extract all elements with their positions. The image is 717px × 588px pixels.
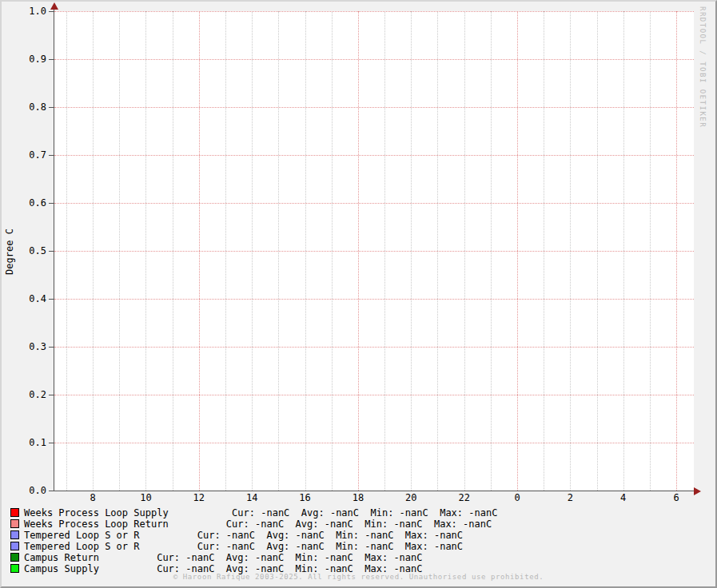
y-axis-line [54,8,54,491]
legend-text: Tempered Loop S or R Cur: -nanC Avg: -na… [24,530,463,541]
legend-row: Tempered Loop S or R Cur: -nanC Avg: -na… [10,541,706,552]
y-tick-mark [49,107,54,108]
legend-text: Weeks Process Loop Supply Cur: -nanC Avg… [24,507,497,518]
y-tick-mark [49,347,54,348]
y-tick-label: 0.4 [5,294,46,304]
y-tick-mark [49,443,54,443]
legend-swatch-icon [10,564,19,573]
y-tick-label: 0.8 [5,102,46,113]
plot-area [54,11,694,491]
legend-text: Campus Return Cur: -nanC Avg: -nanC Min:… [24,552,423,563]
legend-swatch-icon [10,508,19,517]
legend-swatch-icon [10,530,19,539]
x-tick-label: 8 [75,493,110,503]
x-axis-arrow-icon [694,487,701,495]
legend-row: Campus Return Cur: -nanC Avg: -nanC Min:… [10,552,706,563]
x-tick-label: 6 [659,493,694,503]
x-tick-label: 2 [552,493,588,503]
major-gridline [54,107,694,108]
y-tick-mark [49,203,54,204]
y-tick-label: 0.7 [5,150,46,161]
rrdtool-graph: 1.00.90.80.70.60.50.40.30.20.10.0 810121… [0,0,717,588]
y-tick-label: 1.0 [5,6,46,17]
legend-text: Tempered Loop S or R Cur: -nanC Avg: -na… [24,541,463,552]
legend-text: Weeks Process Loop Return Cur: -nanC Avg… [24,518,492,530]
y-tick-label: 0.6 [5,198,46,209]
legend-row: Weeks Process Loop Return Cur: -nanC Avg… [10,518,706,530]
x-tick-label: 4 [606,493,641,503]
major-gridline [54,155,694,156]
legend: Weeks Process Loop Supply Cur: -nanC Avg… [10,507,706,574]
legend-swatch-icon [10,553,19,562]
rrdtool-watermark: RRDTOOL / TOBI OETIKER [699,6,707,128]
x-tick-label: 16 [288,493,323,503]
major-gridline [54,395,694,395]
y-tick-mark [49,251,54,252]
major-gridline [54,59,694,60]
y-tick-mark [49,59,54,60]
x-axis-line [50,491,694,491]
x-tick-label: 12 [181,493,217,503]
major-gridline [54,299,694,300]
legend-row: Tempered Loop S or R Cur: -nanC Avg: -na… [10,530,706,541]
major-gridline [54,203,694,204]
legend-swatch-icon [10,519,19,528]
y-tick-mark [49,395,54,395]
y-tick-label: 0.9 [5,54,46,65]
legend-row: Weeks Process Loop Supply Cur: -nanC Avg… [10,507,706,518]
y-tick-label: 0.0 [5,486,46,496]
y-tick-mark [49,491,54,491]
x-tick-label: 20 [393,493,428,503]
major-gridline [54,11,694,12]
x-tick-label: 14 [234,493,269,503]
y-tick-label: 0.3 [5,342,46,352]
x-tick-label: 10 [128,493,163,503]
y-axis-arrow-icon [50,2,58,10]
major-gridline [54,347,694,348]
x-tick-label: 0 [500,493,535,503]
footer-copyright: © Haroon Rafique 2003-2025. All rights r… [2,573,715,581]
y-tick-mark [49,155,54,156]
major-gridline [54,251,694,252]
legend-swatch-icon [10,542,19,550]
y-tick-label: 0.1 [5,438,46,448]
y-tick-label: 0.2 [5,390,46,400]
x-tick-label: 22 [447,493,482,503]
y-axis-title: Degree C [4,228,15,276]
x-tick-label: 18 [341,493,376,503]
y-tick-mark [49,11,54,12]
major-gridline [54,443,694,443]
y-tick-mark [49,299,54,300]
